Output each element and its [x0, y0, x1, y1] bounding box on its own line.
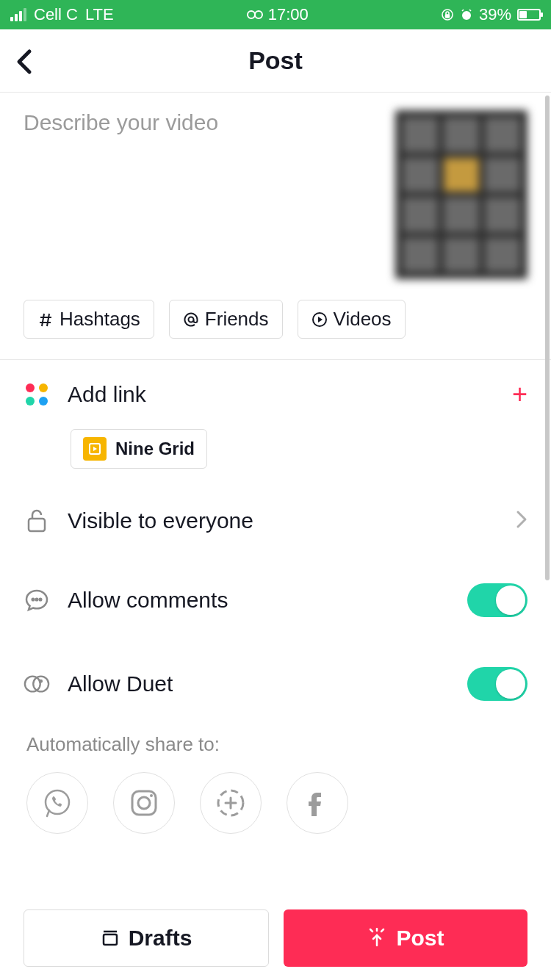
instagram-icon — [128, 787, 160, 819]
back-button[interactable] — [15, 47, 35, 79]
hashtag-icon — [37, 311, 54, 328]
allow-comments-toggle[interactable] — [467, 583, 527, 617]
svg-line-31 — [370, 929, 372, 932]
add-link-label: Add link — [68, 382, 494, 407]
page-title: Post — [248, 46, 303, 75]
lock-open-icon — [26, 508, 48, 533]
visibility-row[interactable]: Visible to everyone — [0, 483, 551, 558]
alarm-icon — [460, 8, 473, 21]
orientation-lock-icon — [441, 8, 454, 21]
svg-point-16 — [36, 599, 38, 601]
svg-point-0 — [248, 11, 255, 18]
carrier-label: Cell C — [34, 5, 78, 24]
network-label: LTE — [85, 5, 114, 24]
friends-chip[interactable]: Friends — [169, 300, 283, 339]
scrollbar[interactable] — [545, 96, 550, 580]
chevron-right-icon — [516, 510, 527, 532]
videos-label: Videos — [334, 308, 392, 331]
compose-area — [0, 93, 551, 291]
nine-grid-icon — [83, 437, 107, 461]
allow-duet-row: Allow Duet — [0, 642, 551, 726]
whatsapp-icon — [41, 787, 73, 819]
share-facebook-button[interactable] — [287, 772, 348, 834]
allow-duet-toggle[interactable] — [467, 667, 527, 701]
svg-line-32 — [381, 929, 383, 932]
share-title: Automatically share to: — [26, 733, 525, 756]
friends-label: Friends — [205, 308, 269, 331]
stories-icon — [215, 787, 247, 819]
post-button[interactable]: Post — [284, 909, 527, 967]
svg-point-9 — [188, 317, 193, 322]
hashtags-chip[interactable]: Hashtags — [24, 300, 154, 339]
status-center: 17:00 — [246, 5, 309, 24]
play-circle-icon — [311, 311, 328, 328]
share-instagram-button[interactable] — [113, 772, 175, 834]
battery-icon — [517, 9, 541, 21]
plus-icon[interactable]: + — [512, 379, 527, 410]
battery-pct: 39% — [479, 5, 511, 24]
link-app-icon — [26, 383, 48, 406]
chip-row: Hashtags Friends Videos — [0, 291, 551, 359]
status-right: 39% — [441, 5, 541, 24]
comment-icon — [24, 588, 49, 613]
allow-duet-label: Allow Duet — [68, 671, 450, 696]
time-label: 17:00 — [268, 5, 309, 24]
svg-point-17 — [40, 599, 42, 601]
svg-line-8 — [47, 314, 49, 326]
hashtags-label: Hashtags — [60, 308, 140, 331]
svg-rect-3 — [445, 15, 449, 18]
mention-icon — [183, 311, 199, 328]
svg-point-1 — [255, 11, 262, 18]
svg-point-15 — [32, 599, 35, 601]
nine-grid-badge[interactable]: Nine Grid — [71, 429, 207, 469]
svg-marker-11 — [318, 317, 323, 323]
post-icon — [367, 928, 387, 948]
svg-point-23 — [138, 797, 150, 809]
status-left: Cell C LTE — [10, 5, 114, 24]
video-thumbnail[interactable] — [395, 110, 527, 279]
svg-line-7 — [42, 314, 44, 326]
svg-rect-29 — [104, 934, 117, 945]
share-stories-button[interactable] — [200, 772, 262, 834]
share-section: Automatically share to: — [0, 726, 551, 849]
nine-grid-label: Nine Grid — [115, 439, 195, 459]
drafts-icon — [101, 929, 120, 948]
allow-comments-row: Allow comments — [0, 558, 551, 642]
allow-comments-label: Allow comments — [68, 588, 450, 613]
description-input[interactable] — [24, 110, 381, 272]
drafts-label: Drafts — [129, 926, 192, 951]
duet-icon — [24, 673, 50, 695]
link-icon — [246, 10, 264, 20]
signal-icon — [10, 8, 26, 21]
share-whatsapp-button[interactable] — [26, 772, 88, 834]
videos-chip[interactable]: Videos — [298, 300, 406, 339]
drafts-button[interactable]: Drafts — [24, 909, 269, 967]
post-label: Post — [396, 926, 444, 951]
svg-point-20 — [40, 680, 41, 682]
facebook-icon — [301, 787, 334, 819]
status-bar: Cell C LTE 17:00 39% — [0, 0, 551, 29]
bottom-bar: Drafts Post — [0, 909, 551, 967]
svg-point-4 — [462, 11, 471, 20]
visibility-label: Visible to everyone — [68, 508, 498, 533]
svg-marker-13 — [93, 447, 97, 451]
header: Post — [0, 29, 551, 93]
svg-point-24 — [150, 794, 153, 797]
svg-rect-14 — [29, 519, 45, 531]
add-link-row[interactable]: Add link + — [0, 360, 551, 429]
